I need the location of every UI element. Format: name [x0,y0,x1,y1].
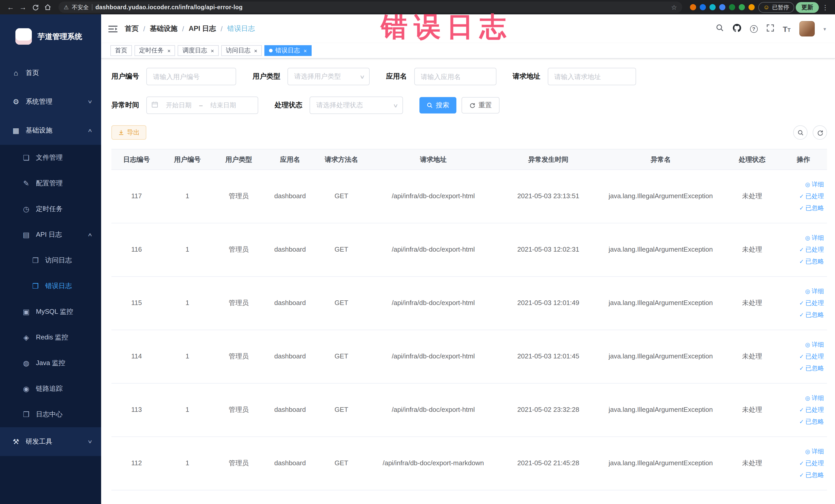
chrome-update-button[interactable]: 更新 [796,2,819,13]
help-icon[interactable]: ? [750,25,757,33]
sidebar-item[interactable]: ◈Redis 监控 [0,324,101,350]
forward-icon[interactable]: → [18,2,28,13]
sidebar-item[interactable]: ❒日志中心 [0,402,101,427]
sidebar-menu: ⌂首页⚙系统管理∨▦基础设施∧❏文件管理✎配置管理◷定时任务▤API 日志∧❐访… [0,59,101,456]
cell-user_id: 1 [162,383,213,437]
tab[interactable]: 定时任务× [135,45,175,56]
processed-link[interactable]: ✓已处理 [782,190,824,202]
processed-link[interactable]: ✓已处理 [782,458,824,469]
breadcrumb-item[interactable]: 首页 [125,24,139,33]
user-id-label: 用户编号 [111,72,139,81]
sidebar-item[interactable]: ◷定时任务 [0,196,101,222]
start-date-input[interactable] [161,102,197,109]
chevron-down-icon[interactable]: ▾ [823,26,826,32]
check-icon: ✓ [799,404,804,416]
request-url-input[interactable] [548,68,636,85]
sidebar-item[interactable]: ❐访问日志 [0,247,101,273]
cell-url: /api/infra/db-doc/export-html [367,383,500,437]
detail-link[interactable]: ◎详细 [782,232,824,244]
extension-icon[interactable] [709,4,715,10]
hamburger-icon[interactable] [108,25,118,33]
search-button[interactable]: 搜索 [420,97,456,114]
tags-view: 首页定时任务×调度日志×访问日志×错误日志× [101,43,835,59]
tab[interactable]: 访问日志× [221,45,262,56]
sidebar-item[interactable]: ◍Java 监控 [0,350,101,376]
date-range-separator: – [199,102,203,109]
sidebar-item[interactable]: ✎配置管理 [0,170,101,196]
ignore-link[interactable]: ✓已忽略 [782,256,824,267]
detail-link[interactable]: ◎详细 [782,179,824,190]
processed-link[interactable]: ✓已处理 [782,404,824,416]
search-icon[interactable] [715,24,724,34]
ignore-link[interactable]: ✓已忽略 [782,363,824,374]
sidebar-item-label: 错误日志 [45,281,72,291]
fullscreen-icon[interactable] [766,24,774,34]
tab-close-icon[interactable]: × [254,47,258,54]
export-button[interactable]: 导出 [111,125,146,140]
app-name-input[interactable] [414,68,496,85]
extension-icon[interactable] [699,4,706,10]
sidebar-item[interactable]: ▤API 日志∧ [0,222,101,247]
address-bar[interactable]: ⚠ 不安全 dashboard.yudao.iocoder.cn/infra/l… [59,2,682,13]
user-avatar[interactable] [799,21,815,37]
extension-icon[interactable] [690,4,696,10]
sidebar-item[interactable]: ▣MySQL 监控 [0,299,101,324]
bookmark-star-icon[interactable]: ☆ [671,3,677,11]
sidebar-item[interactable]: ❏文件管理 [0,145,101,170]
detail-link[interactable]: ◎详细 [782,446,824,458]
sidebar-item[interactable]: ⌂首页 [0,59,101,87]
cell-status: 未处理 [725,223,780,277]
process-status-select[interactable]: 请选择处理状态 ∨ [309,97,403,114]
reset-button[interactable]: 重置 [462,97,500,114]
cell-time: 2021-05-03 12:01:45 [500,330,597,383]
breadcrumb-item[interactable]: API 日志 [189,24,216,33]
gear-icon: ⚙ [11,98,21,106]
tab[interactable]: 首页 [110,45,132,56]
home-icon[interactable] [42,2,53,13]
tab-close-icon[interactable]: × [167,47,171,54]
tab[interactable]: 错误日志× [265,45,312,56]
font-size-icon[interactable]: TT [782,25,791,33]
paused-label: 已暂停 [772,3,789,11]
toggle-search-button[interactable] [793,125,808,140]
github-icon[interactable] [732,23,741,34]
refresh-table-button[interactable] [813,125,827,140]
detail-link[interactable]: ◎详细 [782,339,824,351]
sidebar-item[interactable]: ❐错误日志 [0,273,101,299]
extension-icon[interactable] [738,4,745,10]
tab-close-icon[interactable]: × [304,47,307,54]
tab[interactable]: 调度日志× [178,45,219,56]
extension-icon[interactable] [748,4,754,10]
reload-icon[interactable] [30,2,41,13]
processed-link[interactable]: ✓已处理 [782,244,824,256]
exception-time-range-picker[interactable]: – [146,97,258,114]
sidebar-item[interactable]: ⚙系统管理∨ [0,87,101,116]
end-date-input[interactable] [205,102,241,109]
profile-paused-badge[interactable]: ☺ 已暂停 [758,2,794,13]
ignore-link[interactable]: ✓已忽略 [782,469,824,481]
ignore-link[interactable]: ✓已忽略 [782,309,824,321]
user-type-select[interactable]: 请选择用户类型 ∨ [287,68,370,85]
back-icon[interactable]: ← [5,2,16,13]
extension-icon[interactable] [719,4,725,10]
ignore-link[interactable]: ✓已忽略 [782,416,824,428]
sidebar-item[interactable]: ⚒研发工具∨ [0,427,101,456]
sidebar-item[interactable]: ◉链路追踪 [0,376,101,402]
sidebar-item[interactable]: ▦基础设施∧ [0,116,101,145]
ignore-link[interactable]: ✓已忽略 [782,202,824,214]
processed-link[interactable]: ✓已处理 [782,297,824,309]
detail-link[interactable]: ◎详细 [782,392,824,404]
breadcrumb-item[interactable]: 基础设施 [150,24,178,33]
processed-link[interactable]: ✓已处理 [782,351,824,363]
cell-status: 未处理 [725,330,780,383]
detail-link[interactable]: ◎详细 [782,285,824,297]
app-logo[interactable]: 芋道管理系统 [0,14,101,59]
user-id-input[interactable] [146,68,236,85]
request-url-label: 请求地址 [513,72,540,81]
cell-time: 2021-05-02 23:32:28 [500,383,597,437]
browser-chrome: ← → ⚠ 不安全 dashboard.yudao.iocoder.cn/inf… [0,0,835,14]
tab-close-icon[interactable]: × [211,47,214,54]
extension-icon[interactable] [729,4,735,10]
sidebar-item-label: 链路追踪 [36,384,63,394]
chrome-menu-icon[interactable]: ⋮ [820,3,830,11]
